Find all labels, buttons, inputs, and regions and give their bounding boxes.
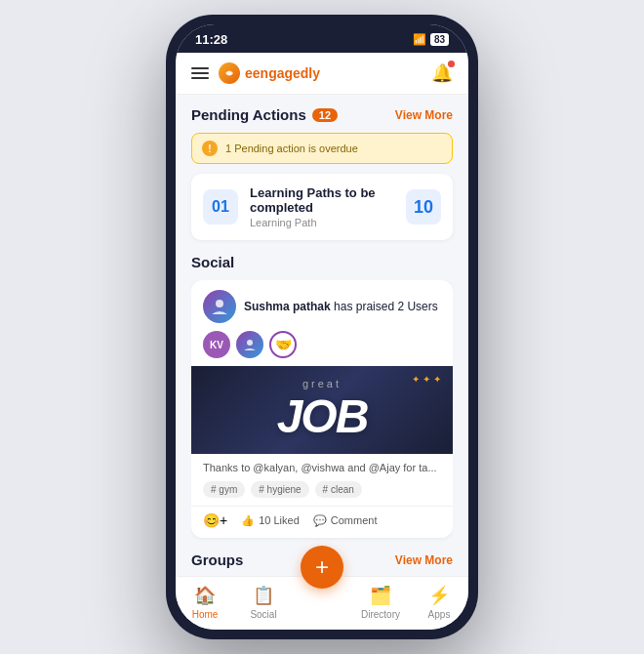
post-image: ✦ ✦ ✦ great JOB xyxy=(191,366,453,454)
tag-clean[interactable]: # clean xyxy=(315,481,362,498)
scroll-content[interactable]: Pending Actions 12 View More ! 1 Pending… xyxy=(176,95,468,576)
praised-avatars: KV 🤝 xyxy=(191,331,453,366)
fab-button[interactable]: + xyxy=(301,546,343,589)
nav-directory-label: Directory xyxy=(361,609,400,620)
phone-screen: 11:28 📶 83 eengagedly xyxy=(176,24,468,630)
logo-icon xyxy=(219,62,240,84)
image-content: great JOB xyxy=(277,378,368,443)
social-post-card: Sushma pathak has praised 2 Users KV 🤝 xyxy=(191,280,453,538)
logo: eengagedly xyxy=(219,62,320,84)
phone-frame: 11:28 📶 83 eengagedly xyxy=(166,15,478,639)
pending-count-badge: 12 xyxy=(312,108,338,122)
tag-gym[interactable]: # gym xyxy=(203,481,245,498)
avatar-kv: KV xyxy=(203,331,230,358)
nav-home-label: Home xyxy=(192,609,219,620)
alert-text: 1 Pending action is overdue xyxy=(225,143,358,154)
social-wrapper: Sushma pathak has praised 2 Users KV 🤝 xyxy=(191,280,453,552)
alert-icon: ! xyxy=(202,141,218,156)
social-header: Social xyxy=(191,254,453,270)
post-avatar xyxy=(203,290,236,323)
social-title: Social xyxy=(191,254,234,270)
wifi-icon: 📶 xyxy=(413,33,426,46)
action-subtitle: Learning Path xyxy=(250,217,394,228)
bell-button[interactable]: 🔔 xyxy=(431,62,453,84)
post-header: Sushma pathak has praised 2 Users xyxy=(191,280,453,331)
avatar-emoji: 🤝 xyxy=(269,331,297,358)
logo-svg xyxy=(222,66,236,80)
groups-view-more[interactable]: View More xyxy=(395,553,453,567)
social-icon: 📋 xyxy=(253,585,274,606)
pending-title: Pending Actions 12 xyxy=(191,106,338,123)
nav-social[interactable]: 📋 Social xyxy=(239,585,288,620)
post-caption: Thanks to @kalyan, @vishwa and @Ajay for… xyxy=(191,454,453,477)
pending-actions-section: Pending Actions 12 View More ! 1 Pending… xyxy=(176,95,468,240)
avatar-sp xyxy=(236,331,263,358)
action-title: Learning Paths to be completed xyxy=(250,185,394,215)
action-card[interactable]: 01 Learning Paths to be completed Learni… xyxy=(191,174,453,240)
like-button[interactable]: 👍 10 Liked xyxy=(241,514,300,527)
hamburger-menu[interactable] xyxy=(191,67,209,79)
post-image-text: JOB xyxy=(277,389,368,443)
action-count: 10 xyxy=(406,189,441,225)
nav-social-label: Social xyxy=(250,609,276,620)
pending-header: Pending Actions 12 View More xyxy=(191,106,453,123)
post-user-name: Sushma pathak has praised 2 Users xyxy=(244,300,438,313)
app-header: eengagedly 🔔 xyxy=(176,53,468,95)
like-icon: 👍 xyxy=(241,514,255,527)
image-top-text: great xyxy=(302,378,342,389)
action-number: 01 xyxy=(203,189,238,225)
stars-decoration: ✦ ✦ ✦ xyxy=(412,374,441,385)
groups-title: Groups xyxy=(191,552,243,568)
tag-hygiene[interactable]: # hygiene xyxy=(251,481,308,498)
notification-dot xyxy=(448,61,455,67)
comment-icon: 💬 xyxy=(313,514,327,527)
nav-directory[interactable]: 🗂️ Directory xyxy=(356,585,405,620)
post-tags: # gym # hygiene # clean xyxy=(191,477,453,506)
svg-point-1 xyxy=(247,340,253,346)
pending-view-more[interactable]: View More xyxy=(395,108,453,122)
svg-point-0 xyxy=(216,300,223,307)
apps-icon: ⚡ xyxy=(428,585,450,606)
alert-banner: ! 1 Pending action is overdue xyxy=(191,133,453,164)
notch xyxy=(273,24,371,48)
comment-button[interactable]: 💬 Comment xyxy=(313,514,378,527)
social-section: Social xyxy=(176,254,468,552)
post-actions: 😊+ 👍 10 Liked 💬 Comment xyxy=(191,506,453,538)
home-icon: 🏠 xyxy=(194,585,216,606)
battery-level: 83 xyxy=(430,33,449,46)
emoji-react-button[interactable]: 😊+ xyxy=(203,512,227,528)
header-left: eengagedly xyxy=(191,62,320,84)
status-time: 11:28 xyxy=(195,32,227,47)
logo-text: eengagedly xyxy=(245,65,320,81)
comment-label: Comment xyxy=(331,514,378,526)
nav-apps[interactable]: ⚡ Apps xyxy=(415,585,463,620)
status-icons: 📶 83 xyxy=(413,33,449,46)
nav-home[interactable]: 🏠 Home xyxy=(181,585,229,620)
action-info: Learning Paths to be completed Learning … xyxy=(250,185,394,228)
nav-apps-label: Apps xyxy=(428,609,451,620)
avatar-svg xyxy=(210,297,229,316)
like-count: 10 Liked xyxy=(259,514,300,526)
avatar-image xyxy=(203,290,236,323)
directory-icon: 🗂️ xyxy=(370,585,391,606)
